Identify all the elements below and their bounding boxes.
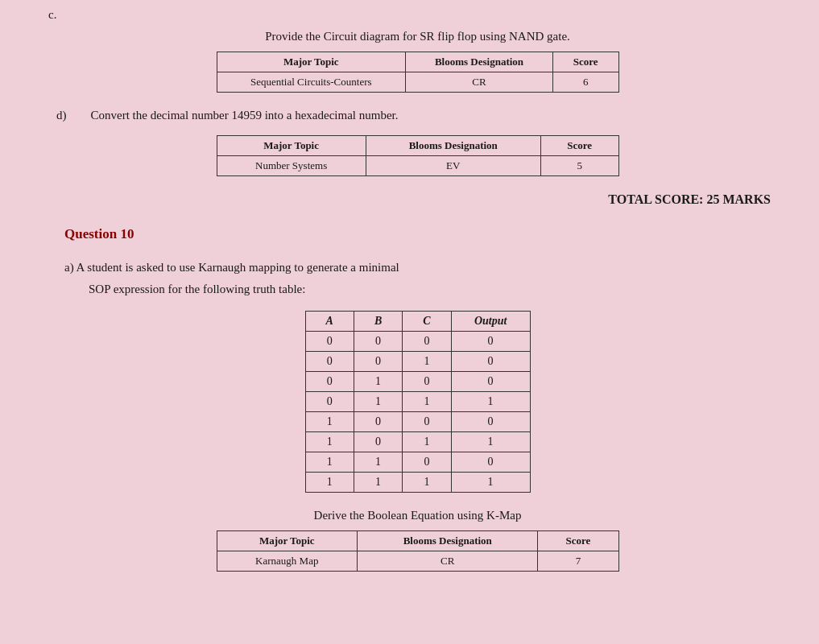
part-d-score: 5 (540, 156, 618, 176)
part-c-table: Major Topic Blooms Designation Score Seq… (217, 52, 619, 93)
table-row: 1100 (305, 452, 530, 473)
bottom-score: 7 (538, 551, 618, 572)
table-row: 1011 (305, 432, 530, 452)
part-d-question: Convert the decimal number 14959 into a … (91, 109, 399, 122)
table-row: 1111 (305, 473, 530, 493)
question10-heading: Question 10 (64, 226, 771, 242)
part-c-score: 6 (552, 72, 618, 93)
part-d-col2-header: Blooms Designation (366, 136, 540, 156)
bottom-col1-header: Major Topic (217, 531, 358, 551)
truth-table: A B C Output 000000100100011110001011110… (305, 311, 531, 493)
table-row: 0111 (305, 392, 530, 412)
derive-text: Derive the Boolean Equation using K-Map (64, 509, 771, 522)
part-d-blooms: EV (366, 156, 540, 176)
part-d-label: d) (56, 109, 67, 122)
table-row: 1000 (305, 412, 530, 432)
bottom-blooms: CR (358, 551, 538, 572)
bottom-table-wrap: Major Topic Blooms Designation Score Kar… (64, 530, 771, 572)
part-c-topic: Sequential Circuits-Counters (217, 72, 406, 93)
part-a-text2: SOP expression for the following truth t… (89, 280, 771, 299)
total-score: TOTAL SCORE: 25 MARKS (64, 192, 771, 207)
part-c-col1-header: Major Topic (217, 52, 406, 72)
part-c-blooms: CR (406, 72, 553, 93)
table-row: 0010 (305, 352, 530, 372)
part-d-col1-header: Major Topic (217, 136, 366, 156)
bottom-info-table: Major Topic Blooms Designation Score Kar… (217, 530, 619, 572)
part-c-question: Provide the Circuit diagram for SR flip … (64, 30, 771, 43)
truth-col-b: B (354, 312, 402, 332)
table-row: 0100 (305, 372, 530, 392)
bottom-col3-header: Score (538, 531, 618, 551)
truth-table-wrapper: A B C Output 000000100100011110001011110… (64, 311, 771, 493)
part-a-text1: a) A student is asked to use Karnaugh ma… (64, 258, 771, 277)
truth-col-a: A (305, 312, 354, 332)
bottom-col2-header: Blooms Designation (358, 531, 538, 551)
part-c-col2-header: Blooms Designation (406, 52, 553, 72)
truth-col-c: C (403, 312, 451, 332)
table-row: 0000 (305, 332, 530, 352)
top-label: c. (48, 8, 771, 22)
part-d-table: Major Topic Blooms Designation Score Num… (217, 135, 619, 176)
part-c-col3-header: Score (552, 52, 618, 72)
bottom-topic: Karnaugh Map (217, 551, 358, 572)
part-d-col3-header: Score (540, 136, 618, 156)
part-d-topic: Number Systems (217, 156, 366, 176)
truth-col-output: Output (451, 312, 530, 332)
